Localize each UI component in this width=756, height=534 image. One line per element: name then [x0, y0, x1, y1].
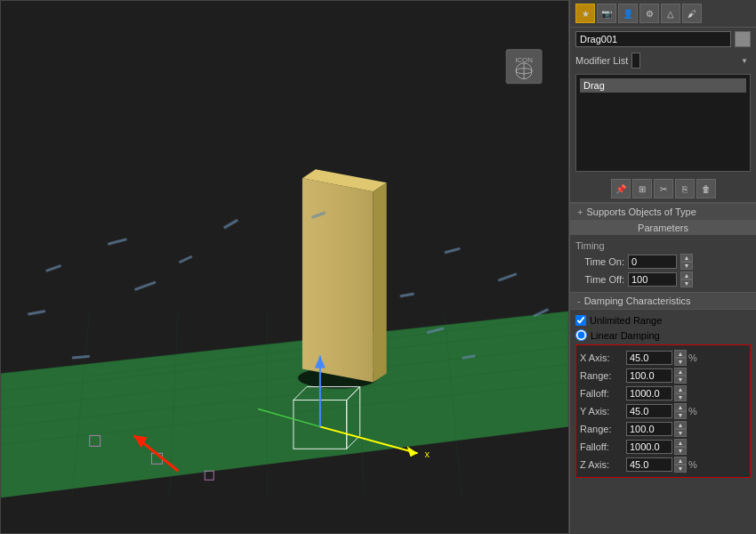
triangle-icon-btn[interactable]: △ — [661, 4, 680, 23]
z-axis-down[interactable]: ▼ — [674, 465, 687, 473]
range-1-spinner: ▲ ▼ — [674, 368, 687, 384]
y-axis-up[interactable]: ▲ — [674, 403, 687, 411]
bone-icon-btn[interactable]: ⊞ — [632, 179, 652, 198]
time-on-label: Time On: — [575, 256, 624, 267]
x-axis-row: X Axis: ▲ ▼ % — [580, 349, 746, 367]
y-axis-row: Y Axis: ▲ ▼ % — [580, 402, 746, 420]
z-axis-unit: % — [688, 459, 697, 470]
time-off-down[interactable]: ▼ — [680, 279, 693, 287]
camera-icon-btn[interactable]: 📷 — [597, 4, 616, 23]
range-1-input[interactable] — [626, 368, 672, 383]
range-1-down[interactable]: ▼ — [674, 376, 687, 384]
range-2-row: Range: ▲ ▼ — [580, 420, 746, 438]
range-1-label: Range: — [580, 370, 624, 381]
supports-objects-label: Supports Objects of Type — [586, 206, 696, 217]
time-off-spinner: ▲ ▼ — [680, 271, 693, 287]
object-name-row — [570, 28, 756, 51]
time-on-input[interactable] — [628, 255, 677, 269]
linear-damping-row: Linear Damping — [575, 328, 751, 343]
svg-marker-17 — [302, 178, 374, 382]
range-1-row: Range: ▲ ▼ — [580, 367, 746, 384]
linear-damping-radio[interactable] — [575, 329, 587, 341]
range-2-up[interactable]: ▲ — [674, 421, 687, 429]
object-name-input[interactable] — [575, 31, 731, 47]
modifier-list-label: Modifier List — [575, 55, 628, 66]
time-on-down[interactable]: ▼ — [680, 262, 693, 270]
z-axis-input[interactable] — [626, 457, 672, 472]
falloff-2-spinner: ▲ ▼ — [674, 439, 687, 455]
modifier-stack: Drag — [575, 74, 751, 172]
color-swatch[interactable] — [735, 31, 751, 47]
falloff-1-up[interactable]: ▲ — [674, 385, 687, 393]
svg-marker-16 — [374, 182, 387, 382]
right-panel: ★ 📷 👤 ⚙ △ 🖌 Modifier List Drag 📌 ⊞ ✂ ⎘ 🗑… — [569, 0, 756, 534]
supports-objects-header[interactable]: Supports Objects of Type — [570, 203, 756, 221]
falloff-2-row: Falloff: ▲ ▼ — [580, 438, 746, 456]
range-2-spinner: ▲ ▼ — [674, 421, 687, 437]
x-axis-label: X Axis: — [580, 352, 624, 363]
time-off-label: Time Off: — [575, 274, 624, 285]
falloff-1-down[interactable]: ▼ — [674, 393, 687, 401]
range-2-input[interactable] — [626, 422, 672, 436]
time-off-input[interactable] — [628, 272, 677, 287]
falloff-2-input[interactable] — [626, 440, 672, 454]
range-1-up[interactable]: ▲ — [674, 368, 687, 376]
falloff-2-down[interactable]: ▼ — [674, 447, 687, 455]
timing-section: Timing Time On: ▲ ▼ Time Off: ▲ ▼ — [570, 235, 756, 292]
range-2-down[interactable]: ▼ — [674, 429, 687, 437]
top-toolbar: ★ 📷 👤 ⚙ △ 🖌 — [570, 0, 756, 28]
x-axis-up[interactable]: ▲ — [674, 350, 687, 358]
y-axis-unit: % — [688, 406, 697, 417]
x-axis-unit: % — [688, 352, 697, 363]
time-on-row: Time On: ▲ ▼ — [575, 253, 751, 271]
parameters-label: Parameters — [638, 222, 688, 233]
linear-damping-label: Linear Damping — [591, 330, 660, 341]
time-off-row: Time Off: ▲ ▼ — [575, 271, 751, 288]
star-icon-btn[interactable]: ★ — [575, 4, 595, 23]
z-axis-row: Z Axis: ▲ ▼ % — [580, 456, 746, 473]
modifier-list-row: Modifier List — [570, 51, 756, 70]
time-on-spinner: ▲ ▼ — [680, 254, 693, 270]
z-axis-spinner: ▲ ▼ — [674, 457, 687, 473]
x-axis-down[interactable]: ▼ — [674, 358, 687, 366]
x-axis-input[interactable] — [626, 351, 672, 365]
damping-section: Unlimited Range Linear Damping X Axis: ▲… — [570, 310, 756, 483]
wrench-icon-btn[interactable]: ✂ — [654, 179, 673, 198]
svg-text:x: x — [424, 449, 430, 459]
z-axis-up[interactable]: ▲ — [674, 457, 687, 465]
person-icon-btn[interactable]: 👤 — [618, 4, 638, 23]
pin-icon-btn[interactable]: 📌 — [611, 179, 631, 198]
y-axis-input[interactable] — [626, 404, 672, 418]
gear-icon-btn[interactable]: ⚙ — [639, 4, 659, 23]
linear-damping-box: X Axis: ▲ ▼ % Range: ▲ ▼ Falloff: — [575, 344, 751, 478]
unlimited-range-checkbox[interactable] — [575, 315, 586, 326]
time-on-up[interactable]: ▲ — [680, 254, 693, 262]
falloff-1-input[interactable] — [626, 386, 672, 400]
y-axis-spinner: ▲ ▼ — [674, 403, 687, 419]
x-axis-spinner: ▲ ▼ — [674, 350, 687, 366]
unlimited-range-row: Unlimited Range — [575, 313, 751, 328]
damping-header[interactable]: Damping Characteristics — [570, 292, 756, 310]
falloff-2-up[interactable]: ▲ — [674, 439, 687, 447]
copy-icon-btn[interactable]: ⎘ — [675, 179, 695, 198]
y-axis-down[interactable]: ▼ — [674, 411, 687, 419]
falloff-1-label: Falloff: — [580, 388, 624, 399]
scene-3d: x — [1, 1, 568, 533]
unlimited-range-label: Unlimited Range — [590, 315, 662, 326]
falloff-1-spinner: ▲ ▼ — [674, 385, 687, 401]
parameters-header[interactable]: Parameters — [570, 221, 756, 235]
damping-label: Damping Characteristics — [584, 295, 691, 306]
modifier-list-dropdown[interactable] — [631, 53, 640, 69]
paint-icon-btn[interactable]: 🖌 — [682, 4, 702, 23]
stack-item-drag[interactable]: Drag — [580, 78, 746, 93]
y-axis-label: Y Axis: — [580, 406, 624, 417]
timing-label: Timing — [575, 239, 751, 253]
z-axis-label: Z Axis: — [580, 459, 624, 470]
bottom-toolbar: 📌 ⊞ ✂ ⎘ 🗑 — [570, 175, 756, 203]
time-off-up[interactable]: ▲ — [680, 271, 693, 279]
falloff-2-label: Falloff: — [580, 441, 624, 452]
trash-icon-btn[interactable]: 🗑 — [696, 179, 716, 198]
range-2-label: Range: — [580, 424, 624, 434]
viewport[interactable]: Perspective — [0, 0, 569, 534]
falloff-1-row: Falloff: ▲ ▼ — [580, 384, 746, 402]
